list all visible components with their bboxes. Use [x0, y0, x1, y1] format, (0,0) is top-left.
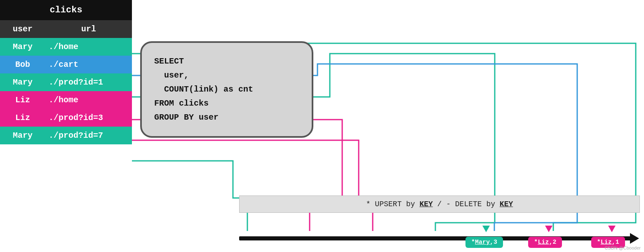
- table-row: Liz ./prod?id=3: [0, 109, 132, 127]
- cell-user: Liz: [0, 109, 45, 127]
- sql-box: SELECT user, COUNT(link) as cnt FROM cli…: [140, 41, 313, 138]
- bottom-bar: * UPSERT by KEY / - DELETE by KEY: [239, 195, 640, 213]
- token-arrow: [608, 226, 616, 232]
- tokens-container: * Mary,3* Liz,2* Liz,1* Mary,2* Bob,1* M…: [239, 215, 632, 252]
- cell-user: Liz: [0, 91, 45, 109]
- cell-user: Mary: [0, 127, 45, 144]
- cell-url: ./cart: [45, 56, 132, 73]
- table-row: Mary ./prod?id=1: [0, 73, 132, 91]
- watermark: CSDN @Cbooder: [604, 245, 641, 250]
- cell-url: ./home: [45, 38, 132, 56]
- header-user: user: [0, 20, 45, 38]
- cell-url: ./prod?id=3: [45, 109, 132, 127]
- table-row: Mary ./home: [0, 38, 132, 56]
- table-row: Bob ./cart: [0, 56, 132, 73]
- result-token: * Mary,3: [465, 237, 503, 248]
- cell-url: ./prod?id=7: [45, 127, 132, 144]
- header-url: url: [45, 20, 132, 38]
- cell-url: ./prod?id=1: [45, 73, 132, 91]
- cell-url: ./home: [45, 91, 132, 109]
- table-row: Liz ./home: [0, 91, 132, 109]
- token-arrow: [545, 226, 552, 232]
- bottom-bar-text: * UPSERT by KEY / - DELETE by KEY: [366, 200, 513, 208]
- table-row: Mary ./prod?id=7: [0, 127, 132, 144]
- result-token: * Liz,2: [528, 237, 562, 248]
- cell-user: Bob: [0, 56, 45, 73]
- clicks-table: clicks user url Mary ./home Bob ./cart M…: [0, 0, 132, 144]
- cell-user: Mary: [0, 73, 45, 91]
- table-title: clicks: [0, 0, 132, 20]
- token-arrow: [482, 226, 490, 232]
- sql-code: SELECT user, COUNT(link) as cnt FROM cli…: [154, 54, 299, 125]
- table-header: user url: [0, 20, 132, 38]
- table-body: Mary ./home Bob ./cart Mary ./prod?id=1 …: [0, 38, 132, 144]
- cell-user: Mary: [0, 38, 45, 56]
